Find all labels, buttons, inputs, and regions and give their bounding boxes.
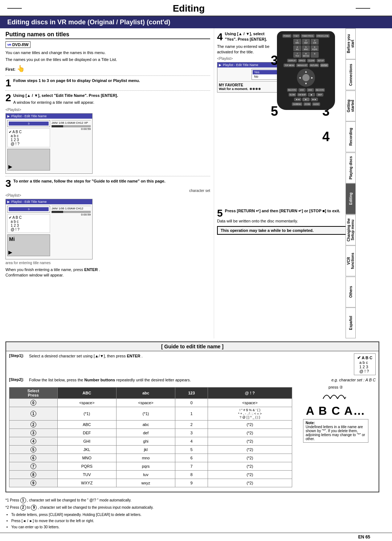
page-title: Editing [173,3,205,14]
intro-text2: The names you put on the titles will be … [5,57,210,62]
nav-right[interactable]: ► [311,76,314,79]
dubbing-btn[interactable]: DUBBING [292,102,302,106]
t-set-btn[interactable]: T-SET [293,34,300,38]
step4-screenshot-title: Playlist - Edit Title Name [223,63,258,67]
far-right-sidebar: Before you start Connections Getting sta… [346,28,356,339]
note2: *2 Press 2 to 9 , character set will be … [5,505,387,511]
open-close-btn[interactable]: OPEN/CLOSE [316,34,330,38]
hand-icon: 👆 [17,65,25,72]
display-btn[interactable]: DISPLAY [287,59,297,62]
play-btn[interactable]: ► [302,98,310,101]
cm-skip-btn[interactable]: CM SKIP [297,93,307,97]
three-arcs [321,390,350,403]
step5-sub: Data will be written onto the disc momen… [217,218,354,224]
favorite-display: MY FAVORITE Wait for a moment. [219,81,281,91]
sidebar-tab-vcr[interactable]: VCR functions [346,245,356,276]
step2-block: 2 Using [▲ / ▼], select "Edit Title Name… [5,93,210,174]
return-btn[interactable]: RETURN [309,63,319,67]
step4-number: 4 [217,31,223,43]
info-box: This operation may take a while to be co… [217,226,354,235]
btn-8[interactable]: 8WXYZ2 [302,52,310,58]
remote-wrapper: POWER T-SET TIMER PROG OPEN/CLOSE 1ABC 2… [277,31,333,110]
divider2 [5,90,210,91]
step-4-overlay: 4 [322,129,330,144]
space-btn[interactable]: SPACE [298,59,306,62]
nav-up[interactable]: ▲ [305,70,307,73]
step1-number: 1 [5,78,11,88]
enter-btn[interactable]: ENTER [320,63,328,67]
menu-list-btn[interactable]: MENU/LIST [296,63,308,67]
guide-body: [Step1]: Select a desired character set … [6,351,379,492]
timer-prog-btn[interactable]: TIMER PROG [301,34,315,38]
sidebar-tab-others[interactable]: Others [346,276,356,307]
sidebar-tab-playing-discs[interactable]: Playing discs [346,152,356,183]
dvd-btn[interactable]: DVD [307,88,314,92]
table-row: 7 PQRS pqrs 7 (*2) [9,462,292,471]
guide-title: [ Guide to edit title name ] [6,342,379,351]
table-row: 1 (*1) (*1) 1 ! " # $ % & ' ( )* + , - .… [9,407,292,421]
audio-btn[interactable]: AUDIO [312,102,320,106]
sidebar-tab-espanol[interactable]: Español [346,307,356,338]
btn-1[interactable]: 1ABC [293,39,301,45]
stop-btn[interactable]: ■ [308,93,315,97]
sym-header: @ ! ? [208,388,292,399]
table-row: 8 TUV tuv 8 (*2) [9,471,292,479]
power-btn[interactable]: POWER [282,34,291,38]
note1: *1 Press 1 , character set will be chang… [5,497,387,503]
remote-area: 4 Using [▲ / ▼], select "Yes". Press [EN… [217,31,340,205]
vcr-btn[interactable]: VCR [298,88,306,92]
right-col: 4 Using [▲ / ▼], select "Yes". Press [EN… [214,28,356,339]
step3-num-display: 3 [7,206,50,213]
zoom-btn[interactable]: ZOOM [303,102,311,106]
btn-5[interactable]: 5MNO [302,45,310,51]
ff-btn[interactable]: ►► [311,98,318,101]
step1-instruction: Follow steps 1 to 3 on page 64 to displa… [5,78,210,83]
rec-std2-btn[interactable]: REC/STD [315,88,325,92]
bullet2: Press [◄ / ►] to move the cursor to the … [11,518,387,524]
sidebar-tab-getting-started[interactable]: Getting started [346,90,356,121]
table-row: 0 <space> <space> 0 <space> [9,399,292,407]
slow-btn[interactable]: SLOW [289,93,296,97]
sidebar-tab-changing-setup[interactable]: Changing the Setup menu [346,214,356,245]
clear-btn[interactable]: CLEAR [307,59,315,62]
guide-step1: [Step1]: Select a desired character set … [9,353,376,375]
btn-6[interactable]: 6PQRS [311,45,319,51]
rew-btn[interactable]: ◄◄ [294,98,301,101]
playlist-icon: ▶ [7,114,10,118]
nav-left[interactable]: ◄ [298,76,301,79]
btn-9[interactable]: 9 [311,52,319,58]
skip-btn[interactable]: SKIP [316,93,323,97]
step5-instruction: Press [RETURN ↵] and then [RETURN ↵] or … [217,208,354,214]
step2-instruction: Using [▲ / ▼], select "Edit Title Name".… [5,93,210,98]
guide-step2-desc: Follow the list below, press the Number … [29,377,376,383]
step2-num-display: 3 [7,120,50,127]
progress-dots [250,88,261,90]
step4-playlist-label: <Playlist> [217,57,275,61]
press-arcs-svg [321,390,350,401]
top-menu-btn[interactable]: TOP MENU [283,63,295,67]
sidebar-tab-before-you-start[interactable]: Before you start [346,28,356,59]
btn-3[interactable]: 3GHI [311,39,319,45]
btn-7[interactable]: 7TUV [293,52,301,58]
rec-std-btn[interactable]: REC/STD [287,88,297,92]
btn-2[interactable]: 2DEF [302,39,310,45]
page-footer: EN 65 [0,533,392,541]
step4-section: 4 Using [▲ / ▼], select "Yes". Press [EN… [217,31,275,94]
bullet-list: To delete letters, press [CLEAR] repeate… [5,512,387,530]
sidebar-tab-connections[interactable]: Connections [346,59,356,90]
nav-pad: ▲ ▼ ◄ ► [297,69,315,87]
step2-preview: ▶ [7,149,50,171]
bullet3: You can enter up to 30 letters. [11,524,387,530]
abc-display: A B C A… [306,404,366,418]
sidebar-tab-editing[interactable]: Editing [346,183,356,214]
note1-circle: 1 [20,497,26,503]
setup-btn[interactable]: SETUP [317,59,325,62]
table-row: 4 GHI ghi 4 (*2) [9,437,292,446]
guide-section: [ Guide to edit title name ] [Step1]: Se… [0,339,392,495]
btn-4[interactable]: 4JKL [293,45,301,51]
step3-char-set-label: character set [5,189,210,193]
char-table: SelectPress ABC abc 123 @ ! ? 0 [9,387,292,487]
sidebar-tab-recording[interactable]: Recording [346,121,356,152]
nav-down[interactable]: ▼ [305,82,307,85]
step4-sub: The name you entered will be activated f… [217,44,275,55]
